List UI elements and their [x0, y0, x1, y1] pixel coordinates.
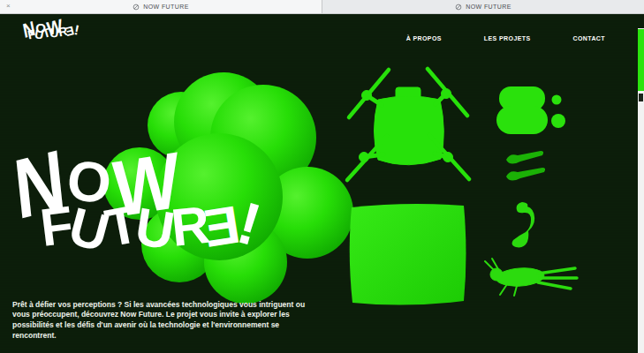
site-logo[interactable]: NOW FUTURE!	[22, 19, 78, 41]
browser-tab-2[interactable]: NOW FUTURE	[322, 0, 644, 13]
nav-item-a-propos[interactable]: À PROPOS	[406, 35, 442, 41]
scrollbar-track[interactable]	[638, 28, 644, 353]
site-favicon-icon	[133, 4, 140, 11]
grasshopper-icon	[483, 256, 580, 300]
squiggle-icon	[506, 200, 543, 252]
nav-item-contact[interactable]: CONTACT	[573, 35, 606, 41]
hero-title: NOW FUTURE!	[14, 154, 254, 251]
site-favicon-icon	[455, 4, 462, 11]
scrollbar-marker	[639, 94, 643, 101]
scrollbar-thumb[interactable]	[638, 29, 644, 91]
main-navigation: À PROPOS LES PROJETS CONTACT	[406, 35, 605, 41]
browser-tab-bar: × NOW FUTURE NOW FUTURE	[0, 0, 644, 14]
controller-icon	[496, 83, 574, 139]
propeller-blades-icon	[503, 147, 549, 190]
tab-title: NOW FUTURE	[143, 4, 188, 10]
tab-close-icon[interactable]: ×	[6, 2, 11, 11]
browser-tab-1[interactable]: × NOW FUTURE	[0, 0, 322, 13]
nav-item-les-projets[interactable]: LES PROJETS	[484, 35, 531, 41]
intro-paragraph: Prêt à défier vos perceptions ? Si les a…	[12, 300, 309, 342]
page-body: NOW FUTURE! À PROPOS LES PROJETS CONTACT	[0, 14, 644, 353]
drone-icon	[343, 54, 475, 186]
logo-line-2: FUTURE!	[27, 26, 78, 41]
green-canvas-shape	[345, 199, 470, 311]
browser-window: × NOW FUTURE NOW FUTURE NOW FUTURE! À PR…	[0, 0, 644, 353]
tab-title: NOW FUTURE	[466, 4, 511, 10]
